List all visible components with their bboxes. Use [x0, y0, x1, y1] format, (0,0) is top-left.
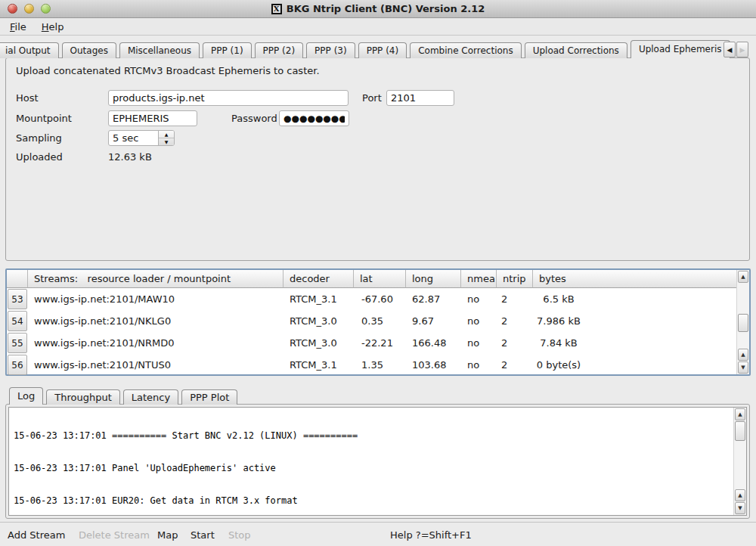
minimize-button[interactable] [24, 4, 34, 14]
cell-ntrip: 2 [497, 315, 533, 327]
header-mountpoint[interactable]: Streams: resource loader / mountpoint [28, 270, 284, 288]
table-row[interactable]: 53 www.igs-ip.net:2101/MAW10 RTCM_3.1 -6… [7, 288, 749, 310]
close-button[interactable] [8, 4, 17, 14]
header-nmea[interactable]: nmea [461, 270, 497, 288]
log-tab-bar: Log Throughput Latency PPP Plot [9, 387, 240, 405]
tab-upload-ephemeris[interactable]: Upload Ephemeris [631, 40, 730, 58]
streams-table: Streams: resource loader / mountpoint de… [5, 268, 751, 376]
tab-combine-corrections[interactable]: Combine Corrections [410, 42, 522, 58]
streams-table-header: Streams: resource loader / mountpoint de… [7, 270, 749, 288]
row-number[interactable]: 56 [7, 354, 28, 376]
cell-decoder: RTCM_3.1 [284, 359, 354, 371]
row-number[interactable]: 55 [7, 332, 28, 354]
window-controls [8, 4, 51, 14]
scroll-up-icon[interactable]: ▲ [735, 408, 745, 420]
row-number[interactable]: 54 [7, 310, 28, 332]
zoom-button[interactable] [41, 4, 51, 14]
cell-bytes: 6.5 kB [533, 293, 749, 305]
upload-ephemeris-panel: Upload concatenated RTCMv3 Broadcast Eph… [5, 57, 750, 261]
sampling-label: Sampling [16, 131, 62, 146]
cell-nmea: no [461, 293, 497, 305]
window-title: BKG Ntrip Client (BNC) Version 2.12 [287, 3, 485, 14]
cell-bytes: 7.986 kB [533, 315, 749, 327]
tab-ppp-1[interactable]: PPP (1) [203, 42, 252, 58]
header-bytes[interactable]: bytes [533, 270, 736, 288]
tab-ppp-3[interactable]: PPP (3) [306, 42, 355, 58]
spin-up-icon[interactable]: ▲ [159, 131, 174, 138]
header-long[interactable]: long [406, 270, 461, 288]
tab-scroll-left-icon[interactable]: ◀ [723, 42, 736, 57]
cell-ntrip: 2 [497, 359, 533, 371]
log-line: 15-06-23 13:17:01 ========== Start BNC v… [14, 430, 731, 441]
delete-stream-button: Delete Stream [79, 529, 150, 542]
scroll-down-icon[interactable]: ▼ [735, 502, 745, 514]
tab-outages[interactable]: Outages [62, 42, 116, 58]
row-number[interactable]: 53 [7, 288, 28, 310]
tab-ppp-2[interactable]: PPP (2) [255, 42, 304, 58]
log-line: 15-06-23 13:17:01 EUR20: Get data in RTC… [14, 495, 731, 506]
title-bar: X BKG Ntrip Client (BNC) Version 2.12 [0, 0, 756, 18]
config-tab-bar: ial Output Outages Miscellaneous PPP (1)… [0, 40, 733, 58]
cell-long: 62.87 [406, 293, 461, 305]
cell-decoder: RTCM_3.0 [284, 337, 354, 349]
sampling-value: 5 sec [109, 131, 158, 145]
spin-down-icon[interactable]: ▼ [159, 138, 174, 145]
port-label: Port [362, 91, 382, 106]
cell-decoder: RTCM_3.1 [284, 293, 354, 305]
add-stream-button[interactable]: Add Stream [8, 529, 65, 542]
sampling-spinbox[interactable]: 5 sec ▲ ▼ [108, 130, 175, 146]
tab-ppp-4[interactable]: PPP (4) [358, 42, 407, 58]
log-scrollbar[interactable]: ▲ ▲ ▼ [733, 408, 746, 515]
cell-lat: 0.35 [354, 315, 406, 327]
password-input[interactable] [279, 110, 349, 126]
table-row[interactable]: 55 www.igs-ip.net:2101/NRMD0 RTCM_3.0 -2… [7, 332, 749, 354]
table-row[interactable]: 54 www.igs-ip.net:2101/NKLG0 RTCM_3.0 0.… [7, 310, 749, 332]
scroll-up-icon[interactable]: ▲ [738, 349, 748, 361]
tab-miscellaneous[interactable]: Miscellaneous [119, 42, 200, 58]
table-corner-button[interactable] [7, 270, 28, 288]
tab-serial-output[interactable]: ial Output [0, 42, 59, 58]
uploaded-label: Uploaded [16, 150, 63, 165]
scrollbar-thumb[interactable] [735, 421, 745, 441]
tab-throughput[interactable]: Throughput [46, 389, 120, 405]
log-line: 15-06-23 13:17:01 Panel 'UploadEphemeris… [14, 463, 731, 473]
scroll-up-icon[interactable]: ▲ [735, 489, 745, 501]
log-panel: 15-06-23 13:17:01 ========== Start BNC v… [5, 404, 750, 519]
cell-nmea: no [461, 337, 497, 349]
mountpoint-input[interactable] [108, 110, 197, 126]
scroll-up-icon[interactable]: ▲ [738, 271, 748, 283]
menu-help[interactable]: Help [39, 20, 67, 34]
cell-bytes: 7.84 kB [533, 337, 749, 349]
menu-file[interactable]: File [8, 20, 29, 34]
map-button[interactable]: Map [157, 529, 178, 542]
cell-long: 103.68 [406, 359, 461, 371]
cell-nmea: no [461, 359, 497, 371]
header-ntrip[interactable]: ntrip [497, 270, 533, 288]
cell-long: 166.48 [406, 337, 461, 349]
menu-bar: File Help [0, 18, 756, 36]
start-button[interactable]: Start [191, 529, 215, 542]
cell-decoder: RTCM_3.0 [284, 315, 354, 327]
cell-mountpoint: www.igs-ip.net:2101/MAW10 [28, 293, 284, 305]
scroll-down-icon[interactable]: ▼ [738, 361, 748, 374]
x11-app-icon: X [271, 4, 282, 14]
host-input[interactable] [108, 90, 349, 106]
tab-latency[interactable]: Latency [123, 389, 178, 405]
cell-ntrip: 2 [497, 293, 533, 305]
table-row[interactable]: 56 www.igs-ip.net:2101/NTUS0 RTCM_3.1 1.… [7, 354, 749, 376]
scrollbar-thumb[interactable] [738, 314, 748, 332]
tab-log[interactable]: Log [9, 387, 43, 405]
cell-mountpoint: www.igs-ip.net:2101/NRMD0 [28, 337, 284, 349]
port-input[interactable] [386, 90, 454, 106]
tab-upload-corrections[interactable]: Upload Corrections [525, 42, 627, 58]
panel-description: Upload concatenated RTCMv3 Broadcast Eph… [16, 65, 320, 76]
streams-scrollbar[interactable]: ▲ ▲ ▼ [736, 270, 749, 374]
uploaded-value: 12.63 kB [108, 150, 152, 165]
mountpoint-label: Mountpoint [16, 111, 72, 126]
log-text: 15-06-23 13:17:01 ========== Start BNC v… [14, 409, 731, 513]
header-decoder[interactable]: decoder [284, 270, 354, 288]
status-bar: Add Stream Delete Stream Map Start Stop … [0, 522, 756, 546]
header-lat[interactable]: lat [354, 270, 406, 288]
log-textedit[interactable]: 15-06-23 13:17:01 ========== Start BNC v… [8, 407, 747, 516]
tab-ppp-plot[interactable]: PPP Plot [181, 389, 237, 405]
